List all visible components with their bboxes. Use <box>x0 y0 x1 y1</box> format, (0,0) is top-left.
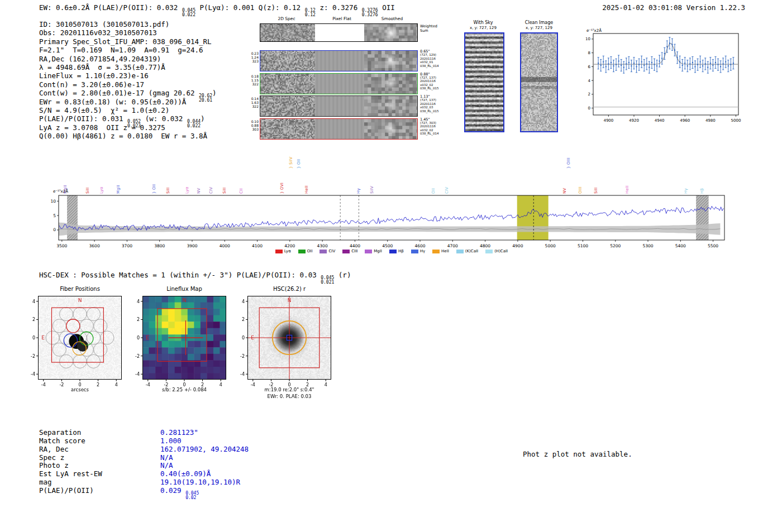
lineflux-caption: s/b: 2.25 +/- 0.084 <box>134 387 235 392</box>
hsc-caption-1: m:19.0 re:2.0" s:0.4" <box>239 387 340 392</box>
data-point <box>623 67 624 68</box>
line-label-OIII: } OIII <box>566 157 571 169</box>
match-table: Separation0.281123"Match score1.000RA, D… <box>39 428 249 495</box>
legend-item-H: Hγ <box>411 249 425 253</box>
clean-image-coords: x, y: 727, 129 <box>517 26 561 30</box>
legend-label: Hγ <box>420 249 425 253</box>
data-point <box>636 66 637 67</box>
data-point <box>638 64 640 65</box>
table-row-value: 0.281123" <box>160 428 198 437</box>
fit-xtick-label: 4960 <box>680 118 690 123</box>
table-row: Separation0.281123" <box>39 428 249 437</box>
fiber-map-xlabel: arcsecs <box>38 387 122 392</box>
spectrum-axes-frame <box>59 195 724 240</box>
metric-value: 0.10 <box>240 119 259 123</box>
table-row-label: mag <box>39 478 160 486</box>
weighted-flat-blank <box>315 24 364 41</box>
row-left-metrics: 0.231.24323 <box>240 51 259 64</box>
data-point <box>643 65 645 66</box>
data-point <box>669 42 670 44</box>
data-point <box>613 65 614 66</box>
data-point <box>651 62 652 63</box>
line-highlight-band <box>517 195 549 240</box>
data-point <box>687 65 688 66</box>
data-point <box>682 65 683 66</box>
weighted-sum-label-line: Sum <box>420 29 437 33</box>
table-row: Est LyA rest-EW0.40(±0.09)Å <box>39 469 249 478</box>
legend-swatch <box>365 250 372 253</box>
lineflux-map-title: Lineflux Map <box>142 286 226 292</box>
weighted-sum-label: WeightedSum <box>420 25 437 33</box>
fiber-map-title: Fiber Positions <box>38 286 122 292</box>
legend-swatch <box>342 250 350 253</box>
legend-item-Ly: Lyα <box>275 249 291 253</box>
info-line-7: LineFlux = 1.10(±0.23)e-16 <box>39 71 217 80</box>
row-right-info: 0.65"(727, 129)20201116v032_01038_RL_014 <box>420 50 438 68</box>
legend-item-CIV: CIV <box>320 249 335 253</box>
fit-xtick-label: 5000 <box>731 118 741 123</box>
smoothed-image <box>364 51 417 71</box>
data-point <box>633 63 635 64</box>
data-point <box>684 63 685 64</box>
spec2d-image <box>260 74 315 94</box>
row-left-metrics: 0.141.63322 <box>240 97 259 109</box>
info-line-6: λ = 4948.69Å σ = 3.35(±0.77)Å <box>39 63 217 71</box>
data-point <box>628 62 630 63</box>
fit-data-points <box>598 37 735 73</box>
row-info-line: 038_RL_014 <box>420 132 438 135</box>
fit-ytick-label: 4 <box>588 79 591 83</box>
pixelflat-image <box>315 96 364 116</box>
data-point <box>730 64 731 65</box>
row-info-line: 038_RL_015 <box>420 109 438 113</box>
photz-note: Phot z plot not available. <box>523 450 632 458</box>
info-line-3: Primary Spec_Slot_IFU_AMP: 038_096_014_R… <box>39 37 217 46</box>
row-info-line: (727, 137) <box>420 98 438 102</box>
data-point <box>720 66 721 67</box>
table-row-value: 162.071902, 49.204248 <box>160 445 249 453</box>
info-line-4: F=2.1" T=0.169 N=1.09 A=0.91 g=24.6 <box>39 46 217 54</box>
weighted-smoothed-image <box>364 24 417 41</box>
cutouts-2d-section: 2D SpecPixel FlatSmoothedWeightedSum0.23… <box>240 15 448 144</box>
spec-ytick-label: 5 <box>53 213 56 218</box>
data-point <box>631 65 632 66</box>
table-row-label: P(LAE)/P(OII) <box>39 486 160 495</box>
with-sky-title: With Sky <box>458 20 508 25</box>
fit-xtick-label: 4940 <box>655 118 665 123</box>
line-label-OII: } OII <box>297 159 301 169</box>
data-point <box>725 61 726 63</box>
table-row-label: RA, Dec <box>39 445 160 453</box>
metric-value: 322 <box>240 82 259 86</box>
data-point <box>666 46 667 47</box>
data-point <box>659 60 660 61</box>
fit-axes-frame <box>593 33 738 115</box>
spec2d-image <box>260 96 315 116</box>
line-label-SiIV: } SiIV <box>289 157 293 169</box>
data-point <box>598 63 599 64</box>
info-line-5: RA,Dec (162.071854,49.204319) <box>39 55 217 63</box>
legend-swatch <box>411 250 418 253</box>
data-point <box>677 57 678 58</box>
fit-ytick-label: 2 <box>588 92 590 97</box>
metric-value: 1.15 <box>240 78 259 82</box>
row-right-info: 0.88"(727, 137)20201116v032_02038_RL_015 <box>420 73 438 90</box>
row-info-line: 038_RL_015 <box>420 87 438 90</box>
line-fit-plot: e⁻¹⁷x2Å0246810490049204940496049805000 <box>581 27 748 127</box>
fit-ytick-label: 6 <box>588 65 591 69</box>
cutout-row <box>260 95 418 117</box>
data-point <box>664 53 665 54</box>
lineflux-map-canvas <box>125 295 231 389</box>
metric-value: 0.23 <box>240 51 259 55</box>
info-line-14: Q(0.00) Hβ(4861) z = 0.0180 EW r = 3.8Å <box>39 132 217 140</box>
legend-label: MgII <box>374 249 382 253</box>
metric-value: 0.14 <box>240 97 259 100</box>
fit-xtick-label: 4980 <box>705 118 716 123</box>
fit-ytick-label: 8 <box>588 51 590 55</box>
spec2d-image <box>260 119 315 139</box>
table-row: P(LAE)/P(OII)0.029 0.0450.02 <box>39 486 249 495</box>
data-point <box>654 64 655 65</box>
table-row: RA, Dec162.071902, 49.204248 <box>39 445 249 453</box>
elixer-report-page: EW: 0.6±0.2Å P(LAE)/P(OII): 0.032 0.0450… <box>0 0 782 532</box>
data-point <box>621 65 622 66</box>
hsc-dex-summary: HSC-DEX : Possible Matches = 1 (within +… <box>39 271 351 284</box>
data-point <box>728 65 729 66</box>
